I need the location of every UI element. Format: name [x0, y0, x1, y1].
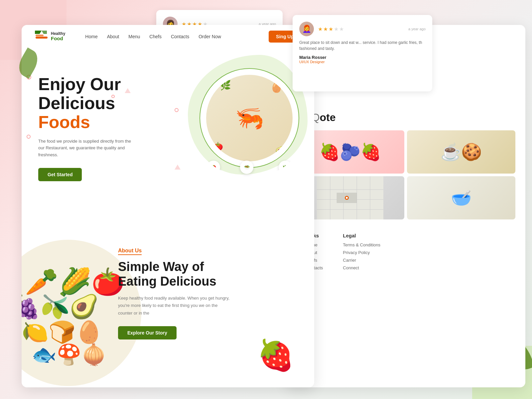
strawberry-deco: 🍓: [257, 338, 294, 373]
logo-text: Healthy Food: [51, 32, 65, 42]
about-label: About Us: [118, 248, 142, 255]
brand-food: Food: [51, 36, 65, 42]
hero-line1: Enjoy Our: [38, 74, 121, 94]
hero-description: The food we provide is supplied directly…: [38, 138, 138, 159]
about-title-line2: Eating Delicious: [118, 274, 216, 288]
hero-section: 🦐 🥚 🍅 🌿 🥑 🍓 🌿 🥗 Enjoy Our Delicious Food…: [22, 48, 314, 228]
svg-point-10: [346, 197, 348, 199]
time-ago-2: a year ago: [408, 27, 426, 31]
logo: Healthy Food: [35, 31, 65, 43]
get-started-button[interactable]: Get Started: [38, 168, 82, 181]
legal-carrier[interactable]: Carrier: [343, 258, 380, 263]
svg-marker-14: [42, 31, 47, 34]
legal-privacy[interactable]: Privacy Policy: [343, 250, 380, 255]
reviewer-name-2: Maria Rosser: [299, 55, 426, 60]
hero-line2: Delicious: [38, 93, 115, 113]
about-section: 🥕🌽🍅 🍇🫒🥑 🍋🍞🥚 🐟🍄🧅 About Us Simple Way of E…: [22, 228, 314, 353]
food-photo-oatmeal: 🥣: [407, 176, 515, 219]
nav-order[interactable]: Order Now: [199, 34, 221, 39]
navbar: Healthy Food Home About Menu Chefs Conta…: [22, 25, 314, 48]
main-card: Healthy Food Home About Menu Chefs Conta…: [22, 25, 314, 387]
legal-terms[interactable]: Terms & Conditions: [343, 242, 380, 247]
footer-links: Links Home About Chefs Contacts Legal Te…: [296, 226, 515, 280]
footer-col-legal: Legal Terms & Conditions Privacy Policy …: [343, 233, 380, 273]
food-photo-coffee: ☕🍪: [407, 130, 515, 174]
about-title-line1: Simple Way of: [118, 260, 204, 274]
explore-button[interactable]: Explore Our Story: [118, 326, 177, 339]
stars-2: ★★★★★: [318, 26, 344, 32]
nav-contacts[interactable]: Contacts: [171, 34, 189, 39]
reviewer-role-2: UI/UX Designer: [299, 60, 426, 64]
review-text-2: Great place to sit down and eat w... ser…: [299, 40, 426, 52]
svg-rect-12: [36, 35, 44, 36]
food-photos-grid: 🍓🫐🍓 ☕🍪: [296, 130, 515, 219]
svg-marker-13: [35, 31, 42, 34]
about-description: Keep healthy food readily available. Whe…: [118, 295, 231, 317]
nav-links: Home About Menu Chefs Contacts Order Now: [85, 34, 269, 40]
about-content: About Us Simple Way of Eating Delicious …: [118, 248, 298, 339]
deco-circle-4: [27, 135, 31, 139]
legal-connect[interactable]: Connect: [343, 265, 380, 270]
avatar-2: 👩‍🦰: [299, 22, 314, 36]
nav-home[interactable]: Home: [85, 34, 97, 39]
quote-title: ...Qote: [296, 111, 515, 124]
legal-title: Legal: [343, 233, 380, 238]
review-card-2: 👩‍🦰 ★★★★★ a year ago Great place to sit …: [293, 15, 432, 91]
nav-menu[interactable]: Menu: [128, 34, 140, 39]
svg-rect-11: [36, 37, 48, 39]
legal-list: Terms & Conditions Privacy Policy Carrie…: [343, 242, 380, 270]
hero-title: Enjoy Our Delicious Foods: [38, 75, 158, 132]
hero-highlight: Foods: [38, 112, 90, 132]
nav-about[interactable]: About: [107, 34, 119, 39]
about-title: Simple Way of Eating Delicious: [118, 260, 244, 289]
logo-icon: [35, 31, 48, 43]
nav-chefs[interactable]: Chefs: [149, 34, 162, 39]
